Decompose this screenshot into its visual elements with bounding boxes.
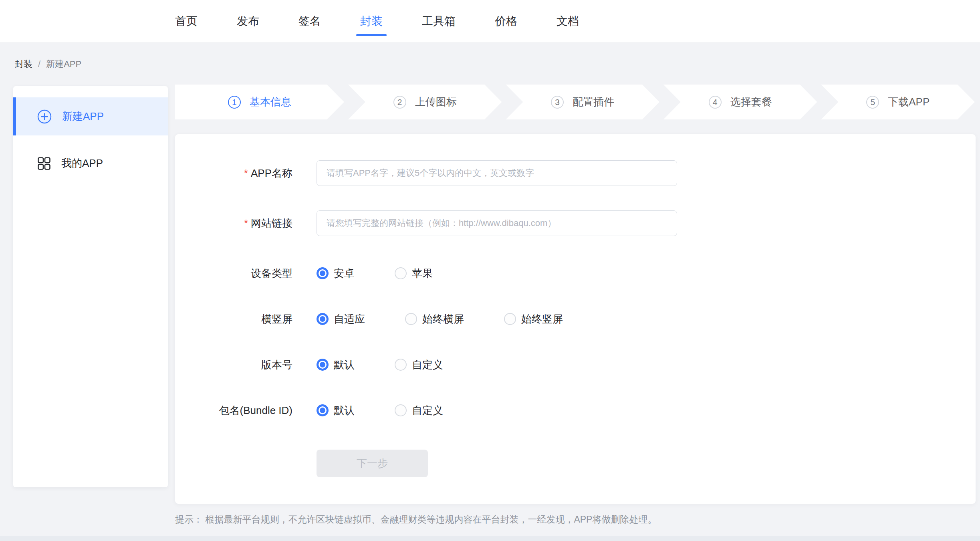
field-label-text: APP名称	[251, 167, 292, 179]
nav-tab-label: 封装	[360, 15, 383, 27]
radio-bundle-id-default[interactable]: 默认	[317, 404, 355, 418]
step-number-badge: 1	[228, 96, 241, 109]
breadcrumb-separator: /	[38, 59, 40, 69]
nav-tab-docs[interactable]: 文档	[557, 13, 579, 29]
step-number-badge: 2	[393, 96, 406, 109]
radio-dot	[395, 404, 407, 416]
step-basic-info: 1 基本信息	[175, 85, 344, 119]
radio-option-label: 默认	[334, 358, 355, 372]
sidebar-item-new-app[interactable]: 新建APP	[13, 97, 168, 135]
form-row: 版本号 默认 自定义	[175, 352, 976, 377]
step-number-badge: 5	[866, 96, 879, 109]
radio-group: 自适应 始终横屏 始终竖屏	[317, 312, 603, 326]
radio-option-label: 始终竖屏	[521, 312, 563, 326]
top-nav-bar: 首页 发布 签名 封装 工具箱 价格	[0, 0, 980, 43]
radio-group: 安卓 苹果	[317, 266, 473, 281]
field-label: *APP名称	[175, 166, 317, 180]
form-row: *APP名称	[175, 160, 976, 186]
step-select-plan: 4 选择套餐	[663, 85, 817, 119]
breadcrumb: 封装/新建APP	[15, 59, 81, 69]
active-tab-underline	[356, 34, 387, 36]
radio-dot	[317, 404, 329, 416]
radio-device-ios[interactable]: 苹果	[395, 266, 433, 281]
nav-tab-label: 价格	[495, 15, 517, 27]
radio-bundle-id-custom[interactable]: 自定义	[395, 404, 443, 418]
field-label: 版本号	[175, 358, 317, 372]
field-label-text: 包名(Bundle ID)	[219, 404, 293, 416]
app-name-input[interactable]	[317, 160, 677, 186]
field-label-text: 设备类型	[251, 267, 292, 279]
form-row: 横竖屏 自适应 始终横屏	[175, 306, 976, 332]
step-upload-icon: 2 上传图标	[348, 85, 502, 119]
steps-bar: 1 基本信息 2 上传图标 3 配置插件 4 选择套餐 5 下载APP	[175, 85, 975, 119]
step-number-badge: 4	[709, 96, 722, 109]
radio-dot	[395, 359, 407, 371]
required-asterisk: *	[244, 217, 248, 229]
breadcrumb-current-page: 新建APP	[46, 59, 81, 69]
input-rows: *APP名称 *网站链接	[175, 160, 976, 236]
nav-tab-label: 首页	[175, 15, 198, 27]
nav-tab-publish[interactable]: 发布	[237, 13, 259, 29]
radio-orientation-portrait[interactable]: 始终竖屏	[504, 312, 563, 326]
sidebar-item-label: 我的APP	[61, 156, 103, 170]
step-label: 选择套餐	[730, 95, 772, 109]
radio-option-label: 苹果	[412, 266, 433, 281]
radio-group: 默认 自定义	[317, 358, 483, 372]
step-label: 上传图标	[415, 95, 457, 109]
form-card: *APP名称 *网站链接 设备类型 安卓	[175, 134, 976, 504]
nav-tab-label: 工具箱	[422, 15, 456, 27]
radio-option-label: 默认	[334, 404, 355, 418]
field-label-text: 网站链接	[251, 217, 292, 229]
footer-tip-text: 提示： 根据最新平台规则，不允许区块链虚拟币、金融理财类等违规内容在平台封装，一…	[175, 513, 657, 525]
radio-dot	[504, 313, 516, 325]
nav-tab-home[interactable]: 首页	[175, 13, 198, 29]
radio-option-label: 自定义	[412, 358, 443, 372]
step-label: 基本信息	[250, 95, 291, 109]
radio-option-label: 安卓	[334, 266, 355, 281]
form-row: 设备类型 安卓 苹果	[175, 260, 976, 286]
radio-dot	[317, 267, 329, 279]
radio-orientation-auto[interactable]: 自适应	[317, 312, 365, 326]
radio-rows: 设备类型 安卓 苹果 横	[175, 260, 976, 423]
grid-icon	[37, 157, 51, 170]
required-asterisk: *	[244, 167, 248, 179]
next-step-button[interactable]: 下一步	[317, 450, 428, 477]
radio-dot	[317, 359, 329, 371]
form-row: 包名(Bundle ID) 默认 自定义	[175, 398, 976, 423]
field-label: *网站链接	[175, 216, 317, 230]
plus-circle-icon	[37, 109, 52, 124]
radio-dot	[317, 313, 329, 325]
radio-option-label: 自定义	[412, 404, 443, 418]
field-label: 横竖屏	[175, 312, 317, 326]
radio-version-default[interactable]: 默认	[317, 358, 355, 372]
radio-orientation-landscape[interactable]: 始终横屏	[405, 312, 464, 326]
website-url-input[interactable]	[317, 210, 677, 236]
nav-tabs: 首页 发布 签名 封装 工具箱 价格	[0, 0, 980, 42]
nav-tab-label: 文档	[557, 15, 579, 27]
sidebar-item-my-app[interactable]: 我的APP	[13, 144, 168, 182]
field-label: 设备类型	[175, 266, 317, 281]
step-label: 配置插件	[573, 95, 614, 109]
step-number-badge: 3	[551, 96, 564, 109]
radio-option-label: 自适应	[334, 312, 365, 326]
bottom-footer-strip	[0, 536, 980, 541]
radio-version-custom[interactable]: 自定义	[395, 358, 443, 372]
radio-device-android[interactable]: 安卓	[317, 266, 355, 281]
step-label: 下载APP	[888, 95, 930, 109]
field-label-text: 横竖屏	[261, 313, 292, 325]
field-label-text: 版本号	[261, 359, 292, 371]
step-configure-plugins: 3 配置插件	[506, 85, 659, 119]
field-label: 包名(Bundle ID)	[175, 404, 317, 418]
radio-group: 默认 自定义	[317, 404, 483, 418]
nav-tab-label: 发布	[237, 15, 259, 27]
nav-tab-pricing[interactable]: 价格	[495, 13, 517, 29]
nav-tab-package[interactable]: 封装	[360, 13, 383, 29]
step-download-app: 5 下载APP	[821, 85, 975, 119]
nav-tab-toolbox[interactable]: 工具箱	[422, 13, 456, 29]
sidebar-item-label: 新建APP	[62, 109, 104, 123]
nav-tab-signature[interactable]: 签名	[298, 13, 321, 29]
radio-dot	[405, 313, 417, 325]
radio-dot	[395, 267, 407, 279]
nav-tab-label: 签名	[298, 15, 321, 27]
breadcrumb-package-link[interactable]: 封装	[15, 59, 32, 69]
